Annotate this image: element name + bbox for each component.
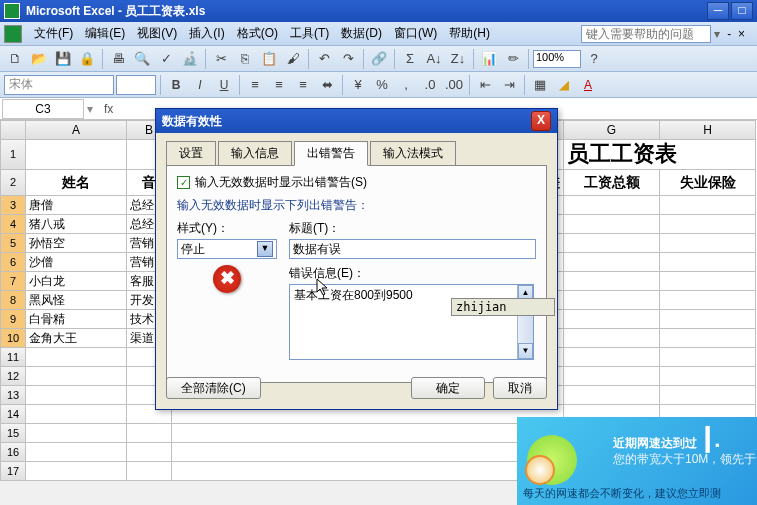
tab-input-message[interactable]: 输入信息 — [218, 141, 292, 166]
menu-data[interactable]: 数据(D) — [337, 23, 386, 44]
cell[interactable] — [660, 234, 756, 253]
sort-desc-icon[interactable]: Z↓ — [447, 48, 469, 70]
row-header[interactable]: 13 — [0, 386, 26, 405]
row-header[interactable]: 2 — [0, 170, 26, 196]
speed-ad-popup[interactable]: 近期网速达到过 ┃. 您的带宽大于10M，领先于 每天的网速都会不断变化，建议您… — [517, 417, 757, 505]
cell[interactable] — [172, 462, 564, 481]
font-size-select[interactable] — [116, 75, 156, 95]
font-color-icon[interactable]: A — [577, 74, 599, 96]
copy-icon[interactable]: ⎘ — [234, 48, 256, 70]
cell[interactable] — [564, 196, 660, 215]
cell[interactable]: 白骨精 — [26, 310, 127, 329]
open-icon[interactable]: 📂 — [28, 48, 50, 70]
row-header[interactable]: 6 — [0, 253, 26, 272]
cell[interactable] — [127, 443, 172, 462]
link-icon[interactable]: 🔗 — [368, 48, 390, 70]
clear-all-button[interactable]: 全部清除(C) — [166, 377, 261, 399]
title-input[interactable]: 数据有误 — [289, 239, 536, 259]
cancel-button[interactable]: 取消 — [493, 377, 547, 399]
cell[interactable] — [564, 234, 660, 253]
menu-help[interactable]: 帮助(H) — [445, 23, 494, 44]
sum-icon[interactable]: Σ — [399, 48, 421, 70]
sort-asc-icon[interactable]: A↓ — [423, 48, 445, 70]
cell[interactable] — [564, 329, 660, 348]
row-header[interactable]: 12 — [0, 367, 26, 386]
cell[interactable]: 猪八戒 — [26, 215, 127, 234]
menu-window[interactable]: 窗口(W) — [390, 23, 441, 44]
cell[interactable]: 沙僧 — [26, 253, 127, 272]
cell[interactable] — [26, 405, 127, 424]
row-header[interactable]: 7 — [0, 272, 26, 291]
cell[interactable] — [26, 348, 127, 367]
row-header[interactable]: 1 — [0, 140, 26, 170]
tab-ime-mode[interactable]: 输入法模式 — [370, 141, 456, 166]
select-all-corner[interactable] — [0, 120, 26, 140]
borders-icon[interactable]: ▦ — [529, 74, 551, 96]
row-header[interactable]: 11 — [0, 348, 26, 367]
close-doc-button[interactable]: - × — [723, 25, 749, 43]
row-header[interactable]: 8 — [0, 291, 26, 310]
underline-icon[interactable]: U — [213, 74, 235, 96]
cell[interactable] — [660, 386, 756, 405]
permission-icon[interactable]: 🔒 — [76, 48, 98, 70]
fill-color-icon[interactable]: ◢ — [553, 74, 575, 96]
col-header-g[interactable]: G — [564, 120, 660, 140]
percent-icon[interactable]: % — [371, 74, 393, 96]
cell[interactable] — [660, 329, 756, 348]
cell[interactable] — [660, 291, 756, 310]
row-header[interactable]: 15 — [0, 424, 26, 443]
dec-indent-icon[interactable]: ⇤ — [474, 74, 496, 96]
dropdown-arrow-icon[interactable]: ▼ — [257, 241, 273, 257]
format-painter-icon[interactable]: 🖌 — [282, 48, 304, 70]
cell[interactable] — [564, 386, 660, 405]
cell[interactable] — [26, 462, 127, 481]
tab-error-alert[interactable]: 出错警告 — [294, 141, 368, 166]
dialog-close-button[interactable]: X — [531, 111, 551, 131]
inc-decimal-icon[interactable]: .0 — [419, 74, 441, 96]
align-center-icon[interactable]: ≡ — [268, 74, 290, 96]
cell[interactable] — [26, 443, 127, 462]
doc-icon[interactable] — [4, 25, 22, 43]
help-dropdown-icon[interactable]: ▾ — [711, 27, 723, 41]
cell[interactable]: 金角大王 — [26, 329, 127, 348]
menu-view[interactable]: 视图(V) — [133, 23, 181, 44]
row-header[interactable]: 3 — [0, 196, 26, 215]
cell[interactable] — [172, 424, 564, 443]
new-icon[interactable]: 🗋 — [4, 48, 26, 70]
help-search-input[interactable] — [581, 25, 711, 43]
cell[interactable] — [564, 367, 660, 386]
row-header[interactable]: 17 — [0, 462, 26, 481]
paste-icon[interactable]: 📋 — [258, 48, 280, 70]
italic-icon[interactable]: I — [189, 74, 211, 96]
align-left-icon[interactable]: ≡ — [244, 74, 266, 96]
cell[interactable] — [660, 367, 756, 386]
dialog-titlebar[interactable]: 数据有效性 X — [156, 109, 557, 133]
cell[interactable] — [26, 386, 127, 405]
font-name-select[interactable]: 宋体 — [4, 75, 114, 95]
cell[interactable] — [172, 443, 564, 462]
cell[interactable] — [564, 272, 660, 291]
cell[interactable] — [660, 196, 756, 215]
menu-insert[interactable]: 插入(I) — [185, 23, 228, 44]
cell[interactable]: 小白龙 — [26, 272, 127, 291]
row-header[interactable]: 4 — [0, 215, 26, 234]
namebox-dropdown-icon[interactable]: ▾ — [84, 102, 96, 116]
comma-icon[interactable]: , — [395, 74, 417, 96]
cell[interactable] — [564, 215, 660, 234]
drawing-icon[interactable]: ✏ — [502, 48, 524, 70]
print-icon[interactable]: 🖶 — [107, 48, 129, 70]
cell[interactable] — [564, 253, 660, 272]
menu-edit[interactable]: 编辑(E) — [81, 23, 129, 44]
tab-settings[interactable]: 设置 — [166, 141, 216, 166]
currency-icon[interactable]: ¥ — [347, 74, 369, 96]
cell[interactable] — [564, 291, 660, 310]
cell-header[interactable]: 姓名 — [26, 170, 127, 196]
cell[interactable] — [127, 424, 172, 443]
row-header[interactable]: 10 — [0, 329, 26, 348]
row-header[interactable]: 9 — [0, 310, 26, 329]
cell[interactable] — [660, 348, 756, 367]
style-select[interactable]: 停止 ▼ — [177, 239, 277, 259]
help-icon[interactable]: ? — [583, 48, 605, 70]
menu-file[interactable]: 文件(F) — [30, 23, 77, 44]
cell[interactable] — [660, 253, 756, 272]
